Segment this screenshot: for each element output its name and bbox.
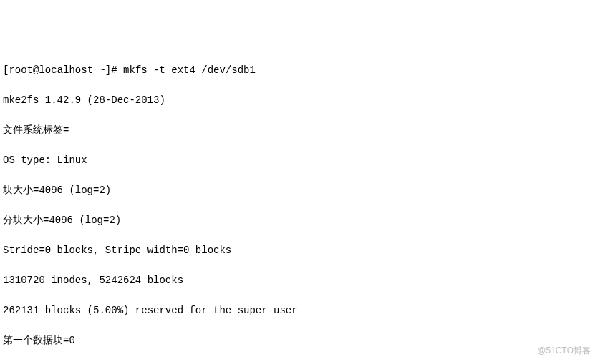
output-line: 文件系统标签= [3,123,592,138]
output-line: 块大小=4096 (log=2) [3,183,592,198]
prompt-line: [root@localhost ~]# mkfs -t ext4 /dev/sd… [3,63,592,78]
output-line: 分块大小=4096 (log=2) [3,213,592,228]
output-line: OS type: Linux [3,153,592,168]
output-line: Stride=0 blocks, Stripe width=0 blocks [3,243,592,258]
prompt-cwd: ~ [99,64,105,76]
output-line: 262131 blocks (5.00%) reserved for the s… [3,303,592,318]
watermark: @51CTO博客 [537,344,591,357]
prompt-user: root [9,64,33,76]
output-line: 1310720 inodes, 5242624 blocks [3,273,592,288]
prompt-symbol: # [111,64,117,76]
prompt-host: localhost [39,64,93,76]
output-line: mke2fs 1.42.9 (28-Dec-2013) [3,93,592,108]
output-line: 第一个数据块=0 [3,333,592,348]
command: mkfs -t ext4 /dev/sdb1 [123,64,256,76]
